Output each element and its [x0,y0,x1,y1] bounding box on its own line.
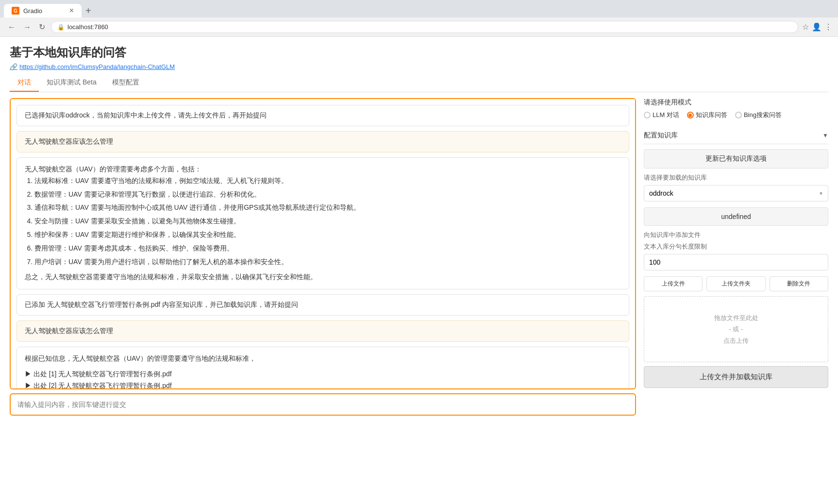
bot-sources: ▶ 出处 [1] 无人驾驶航空器飞行管理暂行条例.pdf ▶ 出处 [2] 无人… [25,369,621,389]
upload-load-btn[interactable]: 上传文件并加载知识库 [644,366,828,388]
link-icon: 🔗 [10,63,17,70]
message-bot-1: 无人驾驶航空器（UAV）的管理需要考虑多个方面，包括： 法规和标准：UAV 需要… [17,157,629,289]
chunk-size-input[interactable] [644,254,828,270]
page-header: 基于本地知识库的问答 🔗 https://github.com/imClumsy… [10,37,828,74]
kb-select[interactable]: oddrock [644,185,828,202]
message-user-1: 无人驾驶航空器应该怎么管理 [17,131,629,152]
tab-favicon: G [12,7,19,15]
file-btn-row: 上传文件 上传文件夹 删除文件 [644,276,828,291]
message-system-1: 已选择知识库oddrock，当前知识库中未上传文件，请先上传文件后，再开始提问 [17,105,629,126]
update-kb-btn[interactable]: 更新已有知识库选项 [644,149,828,168]
chevron-down-icon: ▼ [822,132,828,139]
browser-actions: ☆ 👤 ⋮ [802,22,832,32]
mode-section: 请选择使用模式 LLM 对话 知识库问答 Bing搜索问答 [644,98,828,119]
radio-kb [687,112,694,118]
mode-bing[interactable]: Bing搜索问答 [735,111,782,119]
radio-bing [735,112,742,118]
menu-icon[interactable]: ⋮ [824,22,832,32]
app-tabs: 对话 知识库测试 Beta 模型配置 [10,74,828,92]
forward-btn[interactable]: → [21,21,33,34]
config-header: 配置知识库 ▼ [644,127,828,144]
list-item: 用户培训：UAV 需要为用户进行培训，以帮助他们了解无人机的基本操作和安全性。 [34,256,621,268]
list-item: 费用管理：UAV 需要考虑其成本，包括购买、维护、保险等费用。 [34,243,621,254]
address-bar[interactable]: 🔒 localhost:7860 [51,21,798,33]
bot-text-1: 无人驾驶航空器（UAV）的管理需要考虑多个方面，包括： [25,164,621,175]
mode-llm[interactable]: LLM 对话 [644,111,679,119]
config-section: 配置知识库 ▼ 更新已有知识库选项 请选择要加载的知识库 oddrock und… [644,127,828,388]
drop-text: 拖放文件至此处 [714,312,758,323]
new-tab-btn[interactable]: + [82,5,95,17]
active-tab[interactable]: G Gradio × [4,4,82,17]
lock-icon: 🔒 [57,24,65,31]
source-2: ▶ 出处 [2] 无人驾驶航空器飞行管理暂行条例.pdf [25,380,621,389]
drop-click: 点击上传 [723,335,749,346]
chat-panel: 已选择知识库oddrock，当前知识库中未上传文件，请先上传文件后，再开始提问 … [10,98,636,416]
drop-zone[interactable]: 拖放文件至此处 - 或 - 点击上传 [644,296,828,362]
github-link[interactable]: 🔗 https://github.com/imClumsyPanda/langc… [10,63,828,70]
message-status-1: 已添加 无人驾驶航空器飞行管理暂行条例.pdf 内容至知识库，并已加载知识库，请… [17,294,629,316]
chunk-size-label: 文本入库分句长度限制 [644,242,828,251]
kb-select-wrap: oddrock [644,185,828,202]
github-url: https://github.com/imClumsyPanda/langcha… [19,63,175,70]
bot-rag-text: 根据已知信息，无人驾驶航空器（UAV）的管理需要遵守当地的法规和标准， [25,353,621,365]
reload-btn[interactable]: ↻ [37,20,47,34]
list-item: 数据管理：UAV 需要记录和管理其飞行数据，以便进行追踪、分析和优化。 [34,189,621,201]
message-user-2: 无人驾驶航空器应该怎么管理 [17,320,629,342]
mode-options: LLM 对话 知识库问答 Bing搜索问答 [644,111,828,119]
list-item: 法规和标准：UAV 需要遵守当地的法规和标准，例如空域法规、无人机飞行规则等。 [34,175,621,187]
drop-or: - 或 - [729,323,743,335]
list-item: 维护和保养：UAV 需要定期进行维护和保养，以确保其安全和性能。 [34,229,621,241]
profile-icon[interactable]: 👤 [812,22,821,32]
kb-select-group: 请选择要加载的知识库 oddrock [644,173,828,202]
delete-file-btn[interactable]: 删除文件 [770,276,828,291]
tab-label: Gradio [23,7,42,15]
bot-summary-1: 总之，无人驾驶航空器需要遵守当地的法规和标准，并采取安全措施，以确保其飞行安全和… [25,271,621,283]
bot-list-1: 法规和标准：UAV 需要遵守当地的法规和标准，例如空域法规、无人机飞行规则等。 … [25,175,621,268]
tab-close-btn[interactable]: × [69,7,74,15]
radio-llm [644,112,651,118]
config-label: 配置知识库 [644,131,678,140]
side-panel: 请选择使用模式 LLM 对话 知识库问答 Bing搜索问答 [644,98,828,416]
source-1: ▶ 出处 [1] 无人驾驶航空器飞行管理暂行条例.pdf [25,369,621,380]
add-files-label: 向知识库中添加文件 [644,231,828,239]
chat-input-wrap [10,393,636,416]
message-bot-2: 根据已知信息，无人驾驶航空器（UAV）的管理需要遵守当地的法规和标准， ▶ 出处… [17,347,629,389]
kb-select-label: 请选择要加载的知识库 [644,173,828,182]
upload-folder-btn[interactable]: 上传文件夹 [706,276,765,291]
tab-kb-test[interactable]: 知识库测试 Beta [39,74,104,92]
page-title: 基于本地知识库的问答 [10,45,828,60]
list-item: 安全与防撞：UAV 需要采取安全措施，以避免与其他物体发生碰撞。 [34,216,621,227]
bookmark-icon[interactable]: ☆ [802,22,809,32]
url-text: localhost:7860 [67,23,792,31]
chunk-size-group: 文本入库分句长度限制 [644,242,828,270]
tab-chat[interactable]: 对话 [10,74,39,92]
chat-container[interactable]: 已选择知识库oddrock，当前知识库中未上传文件，请先上传文件后，再开始提问 … [10,98,636,389]
back-btn[interactable]: ← [6,21,17,34]
undefined-btn[interactable]: undefined [644,207,828,226]
mode-label: 请选择使用模式 [644,98,828,107]
list-item: 通信和导航：UAV 需要与地面控制中心或其他 UAV 进行通信，并使用GPS或其… [34,202,621,214]
upload-file-btn[interactable]: 上传文件 [644,276,703,291]
chat-input[interactable] [10,393,636,416]
tab-model-config[interactable]: 模型配置 [104,74,147,92]
mode-kb[interactable]: 知识库问答 [687,111,727,119]
